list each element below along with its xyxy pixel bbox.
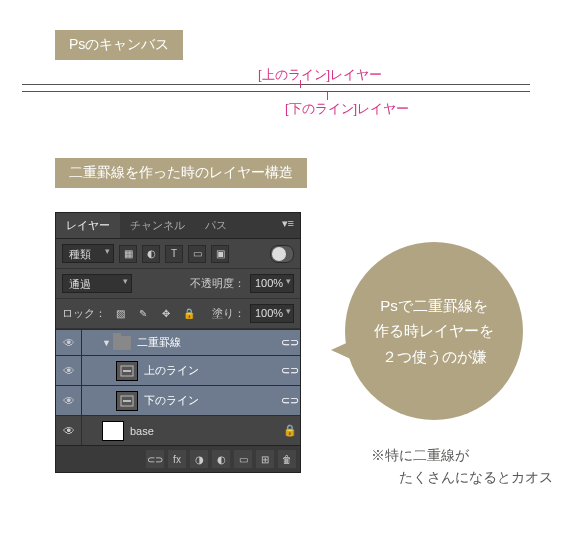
annotation-bottom-text: [下のライン]レイヤー (285, 101, 409, 116)
filter-toggle-switch[interactable] (270, 245, 294, 263)
layer-top-line[interactable]: 👁 上のライン ⊂⊃ (56, 355, 300, 385)
layers-panel: レイヤー チャンネル パス ▾≡ 種類 ▦ ◐ T ▭ ▣ 通過 不透明度： 1… (55, 212, 301, 473)
delete-layer-button[interactable]: 🗑 (278, 450, 296, 468)
layer-base[interactable]: 👁 base 🔒 (56, 415, 300, 445)
bubble-text: Psで二重罫線を 作る時レイヤーを ２つ使うのが嫌 (374, 293, 494, 370)
layer-bottom-line[interactable]: 👁 下のライン ⊂⊃ (56, 385, 300, 415)
layer-name[interactable]: 下のライン (144, 393, 280, 408)
filter-kind-select[interactable]: 種類 (62, 244, 114, 263)
filter-adjust-icon[interactable]: ◐ (142, 245, 160, 263)
shape-thumb-icon (116, 391, 138, 411)
layer-style-button[interactable]: fx (168, 450, 186, 468)
annotation-top-text: [上のライン]レイヤー (258, 67, 382, 82)
group-expand-icon[interactable]: ▼ (102, 338, 111, 348)
visibility-toggle[interactable]: 👁 (56, 386, 82, 415)
canvas-double-line: [上のライン]レイヤー [下のライン]レイヤー (0, 84, 570, 92)
speech-bubble: Psで二重罫線を 作る時レイヤーを ２つ使うのが嫌 (345, 242, 523, 420)
link-icon[interactable]: ⊂⊃ (280, 394, 300, 407)
layer-name[interactable]: 二重罫線 (137, 335, 280, 350)
layer-group-double-line[interactable]: 👁 ▼ 二重罫線 ⊂⊃ (56, 329, 300, 355)
panel-menu-icon[interactable]: ▾≡ (276, 213, 300, 238)
link-icon[interactable]: ⊂⊃ (280, 336, 300, 349)
folder-icon (113, 336, 131, 350)
footnote-text: ※特に二重線が たくさんになるとカオス (371, 447, 553, 485)
filter-smart-icon[interactable]: ▣ (211, 245, 229, 263)
visibility-toggle[interactable]: 👁 (56, 330, 82, 355)
layer-name[interactable]: 上のライン (144, 363, 280, 378)
shape-thumb-icon (116, 361, 138, 381)
tab-layers[interactable]: レイヤー (56, 213, 120, 238)
layer-thumb (102, 421, 124, 441)
new-group-button[interactable]: ▭ (234, 450, 252, 468)
lock-pixels-icon[interactable]: ✎ (134, 305, 152, 323)
lock-position-icon[interactable]: ✥ (157, 305, 175, 323)
footnote: ※特に二重線が たくさんになるとカオス (371, 444, 553, 489)
layer-mask-button[interactable]: ◑ (190, 450, 208, 468)
visibility-toggle[interactable]: 👁 (56, 356, 82, 385)
lock-icon: 🔒 (280, 424, 300, 437)
opacity-field[interactable]: 100% (250, 274, 294, 293)
filter-type-icon[interactable]: T (165, 245, 183, 263)
fill-label: 塗り： (212, 306, 245, 321)
opacity-label: 不透明度： (190, 276, 245, 291)
lock-all-icon[interactable]: 🔒 (180, 305, 198, 323)
blend-opacity-row: 通過 不透明度： 100% (56, 269, 300, 299)
layer-filter-row: 種類 ▦ ◐ T ▭ ▣ (56, 239, 300, 269)
double-rule-line (22, 84, 530, 92)
layer-list: 👁 ▼ 二重罫線 ⊂⊃ 👁 上のライン ⊂⊃ 👁 (56, 329, 300, 445)
tab-paths[interactable]: パス (195, 213, 237, 238)
new-layer-button[interactable]: ⊞ (256, 450, 274, 468)
panel-footer: ⊂⊃ fx ◑ ◐ ▭ ⊞ 🗑 (56, 445, 300, 472)
tab-channels[interactable]: チャンネル (120, 213, 195, 238)
annotation-top-line: [上のライン]レイヤー (258, 66, 382, 84)
section1-badge: Psのキャンバス (55, 30, 183, 60)
lock-fill-row: ロック： ▨ ✎ ✥ 🔒 塗り： 100% (56, 299, 300, 329)
link-icon[interactable]: ⊂⊃ (280, 364, 300, 377)
blend-mode-select[interactable]: 通過 (62, 274, 132, 293)
lock-transparent-icon[interactable]: ▨ (111, 305, 129, 323)
fill-field[interactable]: 100% (250, 304, 294, 323)
new-fill-button[interactable]: ◐ (212, 450, 230, 468)
filter-pixel-icon[interactable]: ▦ (119, 245, 137, 263)
layer-name[interactable]: base (130, 425, 280, 437)
svg-rect-3 (123, 400, 131, 402)
svg-rect-1 (123, 370, 131, 372)
lock-label: ロック： (62, 306, 106, 321)
filter-shape-icon[interactable]: ▭ (188, 245, 206, 263)
visibility-toggle[interactable]: 👁 (56, 416, 82, 445)
section2-badge: 二重罫線を作った時のレイヤー構造 (55, 158, 307, 188)
link-layers-button[interactable]: ⊂⊃ (146, 450, 164, 468)
panel-tabbar: レイヤー チャンネル パス ▾≡ (56, 213, 300, 239)
annotation-bottom-line: [下のライン]レイヤー (285, 100, 409, 118)
